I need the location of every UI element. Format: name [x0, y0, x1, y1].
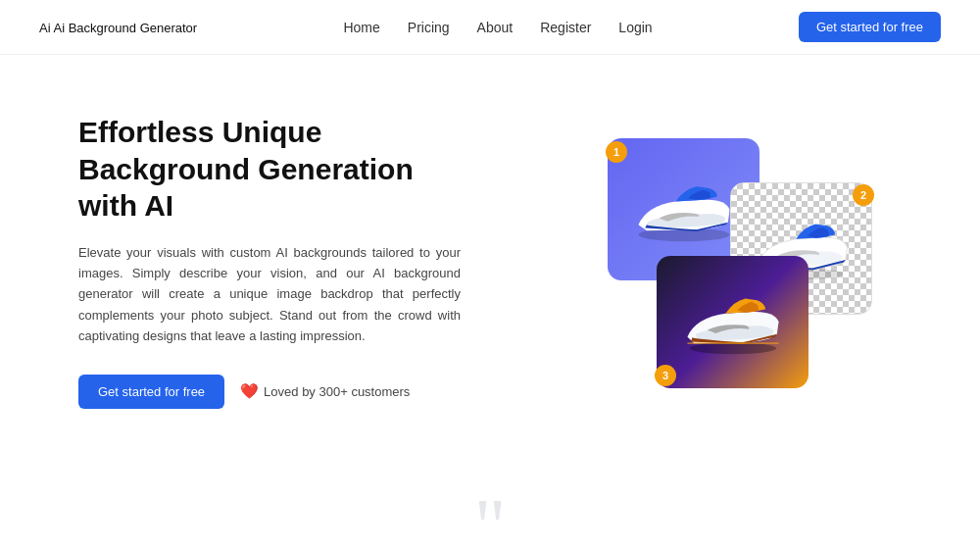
logo-main: Ai Background Generator: [53, 21, 197, 35]
loved-label: Loved by 300+ customers: [264, 384, 410, 399]
hero-cta-button[interactable]: Get started for free: [78, 375, 224, 409]
shoe-svg-1: [630, 176, 738, 244]
hero-visual: 1 2: [549, 124, 902, 398]
hero-description: Elevate your visuals with custom AI back…: [78, 242, 461, 347]
hero-text: Effortless Unique Background Generation …: [78, 114, 461, 409]
nav-register[interactable]: Register: [540, 20, 591, 35]
nav-home[interactable]: Home: [343, 20, 379, 35]
heart-icon: ❤️: [240, 382, 259, 400]
logo: Ai Ai Background Generator: [39, 19, 197, 35]
nav-links: Home Pricing About Register Login: [343, 20, 652, 35]
quote-mark: ": [39, 487, 941, 552]
logo-prefix: Ai: [39, 21, 53, 35]
testimonials-section: " Let here what people have to say about…: [0, 458, 980, 552]
svg-point-2: [690, 342, 776, 354]
navbar: Ai Ai Background Generator Home Pricing …: [0, 0, 980, 55]
nav-login[interactable]: Login: [618, 20, 652, 35]
shoe-svg-3: [679, 288, 787, 357]
loved-badge: ❤️ Loved by 300+ customers: [240, 382, 410, 400]
nav-cta-button[interactable]: Get started for free: [799, 12, 941, 42]
hero-actions: Get started for free ❤️ Loved by 300+ cu…: [78, 375, 461, 409]
testimonials-title: Let here what people have to say about u…: [39, 546, 941, 552]
shoe-card-3: [657, 256, 808, 388]
nav-pricing[interactable]: Pricing: [408, 20, 450, 35]
hero-section: Effortless Unique Background Generation …: [0, 55, 980, 458]
hero-heading: Effortless Unique Background Generation …: [78, 114, 461, 225]
nav-about[interactable]: About: [477, 20, 514, 35]
